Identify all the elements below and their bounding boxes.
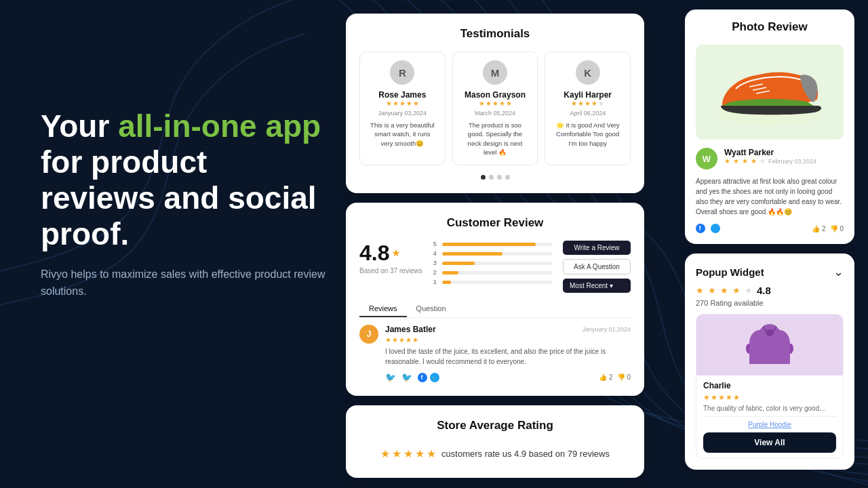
review-entry: J James Batler Janyuary 01,2024 ★ ★ ★ ★ … [359,325,631,382]
svg-point-11 [766,329,774,336]
ask-question-button[interactable]: Ask A Question [563,259,631,274]
tab-reviews[interactable]: Reviews [359,301,407,317]
star: ★ [720,285,728,296]
right-section: Photo Review W [685,9,854,470]
star: ★ [751,157,757,165]
reviewer-name-2: Kayli Harper [553,90,622,100]
like-count[interactable]: 👍 2 [599,373,612,381]
star: ★ [718,393,725,402]
star: ★ [399,336,405,344]
reviewer-date-1: March 05,2024 [461,110,530,117]
star-empty: ★ [760,157,766,165]
bar-label-1: 1 [433,279,439,285]
view-all-button[interactable]: View All [703,432,836,453]
hero-subtext: Rivyo helps to maximize sales with effec… [41,266,326,300]
bar-row-2: 2 [433,269,552,276]
twitter-share-icon[interactable]: 🐦 [430,373,439,382]
star: ★ [591,100,597,107]
dot-indicators [359,175,631,180]
photo-review-text: Appears attractive at first look also gr… [696,176,844,217]
testimonials-card: Testimonials R Rose James ★ ★ ★ ★ ★ Jany… [346,14,644,193]
star: ★ [392,336,398,344]
photo-review-title: Photo Review [696,20,844,34]
bar-row-5: 5 [433,241,552,247]
bars-section: 5 4 3 2 1 [433,241,552,293]
hero-heading: Your all-in-one app for product reviews … [41,108,326,252]
store-rating-row: ★ ★ ★ ★ ★ customers rate us 4.9 based on… [380,447,610,460]
facebook-icon[interactable]: 🐦 [385,372,396,382]
star: ★ [412,336,418,344]
photo-facebook-icon[interactable]: f [696,224,705,233]
dot-2[interactable] [497,175,502,180]
popup-title: Popup Widget [696,266,764,278]
store-rating-content: ★ ★ ★ ★ ★ customers rate us 4.9 based on… [359,443,631,464]
svg-text:f: f [421,375,423,381]
dislike-count[interactable]: 👎 0 [617,373,631,381]
bar-track-2 [442,271,552,274]
star: ★ [696,285,704,296]
photo-twitter-icon[interactable] [711,224,720,233]
dot-0[interactable] [481,175,486,180]
star: ★ [479,100,485,107]
star: ★ [732,285,741,296]
reviewer-avatar-W: W [696,148,717,169]
svg-text:f: f [699,226,701,232]
bar-fill-4 [442,252,502,256]
bar-row-1: 1 [433,279,552,285]
review-author-name: James Batler [385,325,436,334]
twitter-icon[interactable]: 🐦 [401,372,412,382]
write-review-button[interactable]: Write a Review [563,241,631,255]
review-avatar-J: J [359,325,378,344]
reviewer-right: Wyatt Parker ★ ★ ★ ★ ★ February 03,2024 [724,148,844,165]
stars-row-2: ★ ★ ★ ★ ★ [553,100,622,107]
bar-label-2: 2 [433,269,439,276]
star: ★ [711,393,717,402]
store-star: ★ [392,447,401,460]
bar-label-4: 4 [433,250,439,257]
tab-question[interactable]: Question [407,301,456,317]
store-star: ★ [403,447,413,460]
photo-social-row: f 👍 2 👎 0 [696,224,844,233]
dot-3[interactable] [505,175,510,180]
most-recent-dropdown[interactable]: Most Recent ▾ [563,279,631,293]
star-empty: ★ [598,100,604,107]
review-text-0: This is a very beautiful smart watch, it… [368,121,437,148]
product-review-text: The quality of fabric, color is very goo… [703,405,836,412]
customer-review-title: Customer Review [359,216,631,230]
rating-summary: 4.8 ★ Based on 37 reviews [359,241,422,293]
review-body: I loved the taste of the juice, its exce… [385,346,631,367]
social-row: 🐦 🐦 f 🐦 👍 2 👎 0 [385,372,631,382]
action-buttons: Write a Review Ask A Question Most Recen… [563,241,631,293]
photo-like-count[interactable]: 👍 2 [812,225,825,232]
reviewer-date-W: February 03,2024 [768,158,816,165]
review-stars: ★ ★ ★ ★ ★ [385,336,631,344]
product-link[interactable]: Purple Hoodie [703,416,836,428]
product-image-popup [696,314,843,375]
dot-1[interactable] [489,175,494,180]
like-dislike: 👍 2 👎 0 [599,373,631,381]
hero-section: Your all-in-one app for product reviews … [41,108,326,300]
hoodie-svg [746,320,793,371]
star: ★ [703,393,710,402]
star: ★ [486,100,492,107]
review-meta: James Batler Janyuary 01,2024 ★ ★ ★ ★ ★ … [385,325,631,382]
bar-row-3: 3 [433,260,552,266]
review-tabs: Reviews Question [359,301,631,318]
review-card-inner: 4.8 ★ Based on 37 reviews 5 4 3 [359,241,631,293]
popup-chevron-icon[interactable]: ⌄ [833,264,844,279]
star: ★ [492,100,498,107]
popup-reviews-count: 270 Rating available [696,299,844,307]
testimonial-item-2: K Kayli Harper ★ ★ ★ ★ ★ April 06,2024 🌟… [545,52,631,165]
rating-star: ★ [392,248,400,258]
star: ★ [726,393,732,402]
stars-row-1: ★ ★ ★ ★ ★ [461,100,530,107]
star: ★ [393,100,399,107]
photo-review-card: Photo Review W [685,9,854,244]
store-rating-text: customers rate us 4.9 based on 79 review… [441,449,610,459]
photo-dislike-count[interactable]: 👎 0 [830,225,844,232]
bar-label-3: 3 [433,260,439,266]
based-on: Based on 37 reviews [359,267,422,274]
rating-number: 4.8 [359,241,389,266]
star-half: ★ [745,285,753,296]
facebook-share-icon[interactable]: f [418,373,427,382]
